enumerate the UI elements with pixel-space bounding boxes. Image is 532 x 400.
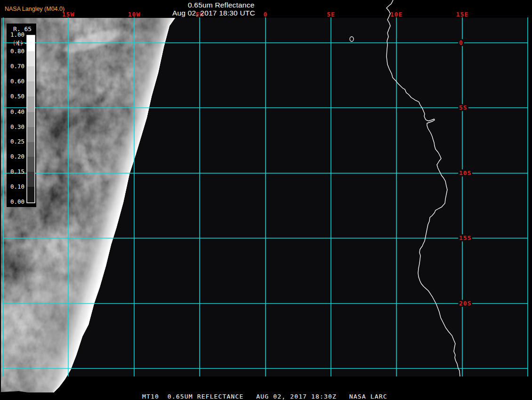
lat-tick-label-20S: 20S [458,300,472,307]
colorbar-tick-label: 0.50 [5,93,24,100]
lat-tick-label-5S: 5S [458,104,468,111]
colorbar-tick-label: 0.80 [5,48,24,55]
colorbar-tick-label: 0.10 [5,183,24,190]
lon-tick-label-0: 0 [264,11,268,18]
satellite-map-canvas [0,0,532,400]
colorbar-tick-label: 0.15 [5,168,24,175]
lon-tick-label-5E: 5E [327,11,335,18]
source-label: NASA Langley (M04.0) [5,6,64,12]
colorbar-tick-label: 0.20 [5,153,24,160]
colorbar-tick-label: 0.25 [5,138,24,145]
page-title: 0.65um Reflectance [188,1,254,9]
footer-caption: MT10 0.65UM REFLECTANCE AUG 02, 2017 18:… [142,393,387,400]
colorbar-tick-label: 0.60 [5,78,24,85]
colorbar-tick-label: 0.30 [5,123,24,130]
colorbar-gradient [27,35,35,203]
lon-tick-label-10W: 10W [128,11,140,18]
colorbar-tick-label: 0.40 [5,108,24,115]
colorbar-units: (--) [16,40,31,47]
colorbar-tick-label: 1.00 [5,31,24,38]
page-subtitle: Aug 02, 2017 18:30 UTC [172,9,255,17]
lat-tick-label-0: 0 [458,39,464,46]
colorbar-tick-label: 0.00 [5,198,24,205]
lon-tick-label-10E: 10E [390,11,403,18]
lat-tick-label-15S: 15S [458,234,472,241]
lat-tick-label-10S: 10S [458,169,472,176]
lon-tick-label-15E: 15E [456,11,468,18]
colorbar-tick-label: 0.70 [5,63,24,70]
satellite-image-viewer: NASA Langley (M04.0) 0.65um Reflectance … [0,0,532,400]
